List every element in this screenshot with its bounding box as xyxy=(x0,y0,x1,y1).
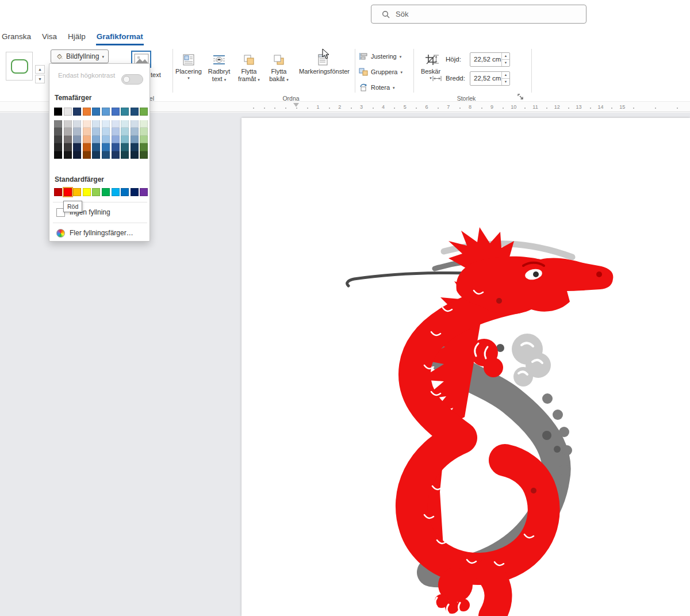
standard-color-swatch[interactable] xyxy=(121,188,129,196)
theme-variant-swatch[interactable] xyxy=(54,143,62,151)
theme-variant-swatch[interactable] xyxy=(92,143,100,151)
theme-variant-swatch[interactable] xyxy=(102,136,110,143)
height-input[interactable]: 22,52 cm ▲▼ xyxy=(470,52,510,67)
theme-variant-swatch[interactable] xyxy=(121,120,129,128)
theme-variant-swatch[interactable] xyxy=(73,120,81,128)
theme-color-swatch[interactable] xyxy=(112,108,120,116)
standard-color-swatch[interactable] xyxy=(112,188,120,196)
gallery-up-button[interactable]: ▲ xyxy=(35,65,45,74)
theme-variant-swatch[interactable] xyxy=(112,143,120,151)
theme-variant-swatch[interactable] xyxy=(121,143,129,151)
theme-color-swatch[interactable] xyxy=(73,108,81,116)
standard-color-swatch-selected[interactable] xyxy=(64,188,72,196)
alt-text-button-partial[interactable]: text xyxy=(151,71,161,78)
theme-variant-swatch[interactable] xyxy=(73,136,81,143)
theme-variant-swatch[interactable] xyxy=(112,120,120,128)
theme-variant-swatch[interactable] xyxy=(121,151,129,159)
theme-variant-swatch[interactable] xyxy=(83,136,91,143)
tab-visa[interactable]: Visa xyxy=(41,30,57,45)
tab-hjalp[interactable]: Hjälp xyxy=(67,30,86,45)
standard-color-swatch[interactable] xyxy=(131,188,139,196)
theme-variant-swatch[interactable] xyxy=(131,128,139,135)
align-icon xyxy=(359,52,368,60)
theme-variant-swatch[interactable] xyxy=(112,151,120,159)
dialog-launcher-icon[interactable] xyxy=(518,94,524,101)
theme-variant-swatch[interactable] xyxy=(64,151,72,159)
indent-marker[interactable] xyxy=(293,103,299,107)
gruppera-button[interactable]: Gruppera ▾ xyxy=(359,66,402,78)
width-input[interactable]: 22,52 cm ▲▼ xyxy=(470,71,510,86)
theme-variant-swatch[interactable] xyxy=(92,136,100,143)
theme-color-swatch[interactable] xyxy=(102,108,110,116)
theme-variant-swatch[interactable] xyxy=(131,151,139,159)
theme-variant-swatch[interactable] xyxy=(102,143,110,151)
theme-variant-swatch[interactable] xyxy=(102,151,110,159)
standard-color-swatch[interactable] xyxy=(102,188,110,196)
theme-variant-swatch[interactable] xyxy=(112,128,120,135)
high-contrast-toggle[interactable] xyxy=(121,74,143,85)
bildfyllning-button[interactable]: Bildfyllning ▾ xyxy=(51,49,109,63)
theme-variant-swatch[interactable] xyxy=(64,143,72,151)
theme-variant-swatch[interactable] xyxy=(64,136,72,143)
chevron-down-icon: ▾ xyxy=(224,78,227,82)
justering-button[interactable]: Justering ▾ xyxy=(359,50,401,63)
theme-variant-swatch[interactable] xyxy=(102,120,110,128)
theme-variant-swatch[interactable] xyxy=(131,136,139,143)
theme-variant-swatch[interactable] xyxy=(102,128,110,135)
theme-color-swatch[interactable] xyxy=(64,108,72,116)
theme-variant-swatch[interactable] xyxy=(140,120,148,128)
flytta-framat-button[interactable]: Flytta framåt ▾ xyxy=(235,48,263,97)
standard-color-swatch[interactable] xyxy=(92,188,100,196)
theme-variant-swatch[interactable] xyxy=(83,120,91,128)
theme-variant-swatch[interactable] xyxy=(54,136,62,143)
theme-color-swatch[interactable] xyxy=(83,108,91,116)
theme-variant-swatch[interactable] xyxy=(83,128,91,135)
theme-variant-swatch[interactable] xyxy=(121,128,129,135)
theme-color-swatch[interactable] xyxy=(54,108,62,116)
theme-variant-swatch[interactable] xyxy=(54,151,62,159)
theme-variant-swatch[interactable] xyxy=(140,128,148,135)
shape-style-preview[interactable] xyxy=(6,52,33,81)
theme-variant-swatch[interactable] xyxy=(64,120,72,128)
theme-color-swatch[interactable] xyxy=(131,108,139,116)
theme-variant-swatch[interactable] xyxy=(121,136,129,143)
document-page[interactable] xyxy=(241,118,690,616)
radbryt-text-button[interactable]: Radbryt text ▾ xyxy=(204,48,234,97)
theme-variant-swatch[interactable] xyxy=(83,151,91,159)
theme-variant-swatch[interactable] xyxy=(73,151,81,159)
theme-variant-swatch[interactable] xyxy=(92,120,100,128)
tab-grafikformat[interactable]: Grafikformat xyxy=(96,30,144,45)
flytta-bakat-button[interactable]: Flytta bakåt ▾ xyxy=(264,48,293,97)
theme-variant-swatch[interactable] xyxy=(140,136,148,143)
theme-color-swatch[interactable] xyxy=(121,108,129,116)
more-colors-item[interactable]: Fler fyllningsfärger… xyxy=(49,225,151,241)
ruler-number: 10 xyxy=(511,104,516,110)
width-stepper[interactable]: ▲▼ xyxy=(501,72,509,85)
rotera-button[interactable]: Rotera ▾ xyxy=(359,81,395,94)
height-stepper[interactable]: ▲▼ xyxy=(501,53,509,66)
placering-button[interactable]: Placering ▾ xyxy=(174,48,203,97)
theme-variant-swatch[interactable] xyxy=(64,128,72,135)
standard-color-swatch[interactable] xyxy=(83,188,91,196)
standard-color-swatch[interactable] xyxy=(54,188,62,196)
theme-variant-swatch[interactable] xyxy=(140,143,148,151)
tab-granska[interactable]: Granska xyxy=(1,30,32,45)
theme-variant-swatch[interactable] xyxy=(73,143,81,151)
theme-color-swatch[interactable] xyxy=(140,108,148,116)
standard-color-swatch[interactable] xyxy=(73,188,81,196)
theme-variant-swatch[interactable] xyxy=(92,128,100,135)
search-input[interactable]: Sök xyxy=(371,5,586,24)
theme-variant-swatch[interactable] xyxy=(131,143,139,151)
theme-variant-swatch[interactable] xyxy=(140,151,148,159)
theme-variant-swatch[interactable] xyxy=(92,151,100,159)
theme-variant-swatch[interactable] xyxy=(112,136,120,143)
theme-variant-swatch[interactable] xyxy=(83,143,91,151)
dragon-image[interactable] xyxy=(241,118,690,616)
standard-color-swatch[interactable] xyxy=(140,188,148,196)
theme-variant-swatch[interactable] xyxy=(54,120,62,128)
theme-variant-swatch[interactable] xyxy=(131,120,139,128)
theme-variant-swatch[interactable] xyxy=(54,128,62,135)
theme-variant-swatch[interactable] xyxy=(73,128,81,135)
gallery-down-button[interactable]: ▼ xyxy=(35,75,45,83)
theme-color-swatch[interactable] xyxy=(92,108,100,116)
